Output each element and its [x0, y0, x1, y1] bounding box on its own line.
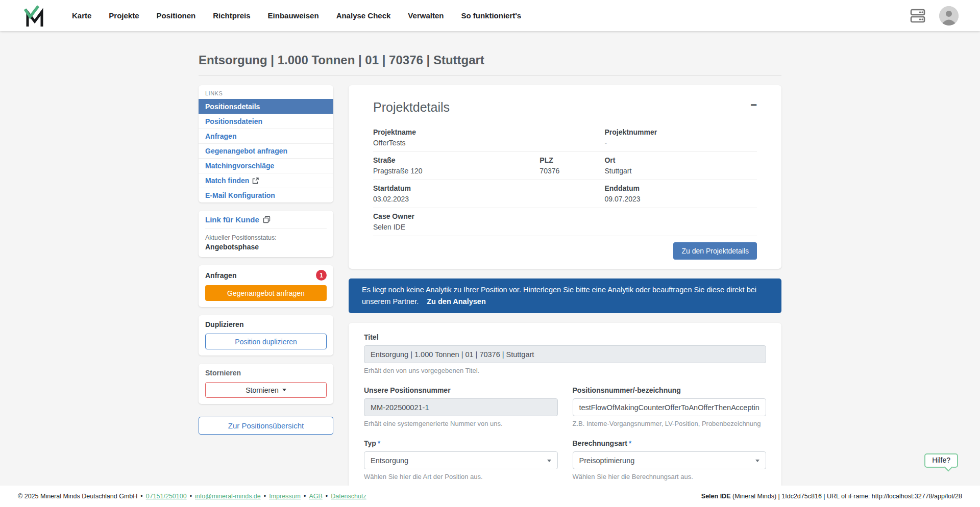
field-label: Projektname [373, 128, 604, 136]
sidebar-item-label: Match finden [205, 176, 249, 185]
required-asterisk: * [378, 439, 380, 447]
sidebar-item-positionsdetails[interactable]: Positionsdetails [199, 99, 333, 114]
field-value: 09.07.2023 [604, 195, 757, 203]
anfragen-count-badge: 1 [316, 270, 327, 281]
main-content: Projektdetails − Projektname OfferTests … [349, 85, 781, 507]
brand-logo[interactable] [23, 5, 45, 27]
gegenangebot-anfragen-button[interactable]: Gegenangebot anfragen [205, 285, 327, 301]
sidebar-item-positionsdateien[interactable]: Positionsdateien [199, 114, 333, 129]
collapse-minus-icon[interactable]: − [750, 99, 757, 111]
berechnungsart-select[interactable]: Preisoptimierung [573, 451, 767, 469]
field-label: Straße [373, 156, 540, 164]
titel-label: Titel [364, 333, 766, 341]
field-label: Projektnummer [604, 128, 757, 136]
nav-right-actions [910, 6, 959, 26]
field-label: Enddatum [604, 184, 757, 192]
footer-impressum-link[interactable]: Impressum [269, 493, 301, 500]
position-form-card: Titel Erhält den von uns vorgegebenen Ti… [349, 323, 781, 507]
zu-den-projektdetails-button[interactable]: Zu den Projektdetails [673, 242, 757, 260]
user-avatar-icon[interactable] [939, 6, 959, 26]
nav-item-positionen[interactable]: Positionen [157, 11, 196, 20]
alert-text: Es liegt noch keine Analytik zu Ihrer Po… [362, 286, 756, 306]
external-link-icon [252, 178, 259, 184]
position-duplizieren-button[interactable]: Position duplizieren [205, 334, 327, 349]
nav-item-einbauweisen[interactable]: Einbauweisen [268, 11, 319, 20]
sidebar: LINKS Positionsdetails Positionsdateien … [199, 85, 333, 435]
positionsnummer-input[interactable] [573, 398, 767, 416]
server-stack-icon[interactable] [910, 8, 926, 23]
field-label: Ort [604, 156, 757, 164]
berechnungsart-field-group: Berechnungsart* Preisoptimierung Wählen … [573, 439, 767, 480]
typ-help-text: Wählen Sie hier die Art der Position aus… [364, 473, 558, 480]
nav-item-richtpreis[interactable]: Richtpreis [213, 11, 250, 20]
footer-left: © 2025 Mineral Minds Deutschland GmbH • … [18, 493, 366, 500]
berechnungsart-help-text: Wählen Sie hier die Berechnungsart aus. [573, 473, 767, 480]
duplizieren-card: Duplizieren Position duplizieren [199, 315, 333, 356]
analytik-alert-banner: Es liegt noch keine Analytik zu Ihrer Po… [349, 278, 781, 313]
hilfe-button[interactable]: Hilfe? [924, 453, 958, 468]
caret-down-icon [282, 389, 286, 391]
project-row-address: Straße Pragstraße 120 PLZ 70376 Ort Stut… [373, 152, 757, 180]
customer-link[interactable]: Link für Kunde [205, 215, 327, 229]
anfragen-heading: Anfragen [205, 271, 236, 280]
unsere-positionsnummer-input [364, 398, 558, 416]
links-header: LINKS [199, 85, 333, 99]
footer-email-link[interactable]: info@mineral-minds.de [195, 493, 261, 500]
field-label: Startdatum [373, 184, 604, 192]
unsere-positionsnummer-field-group: Unsere Positionsnummer Erhält eine syste… [364, 386, 558, 427]
typ-select[interactable]: Entsorgung [364, 451, 558, 469]
field-value: Pragstraße 120 [373, 167, 540, 175]
field-value: 03.02.2023 [373, 195, 604, 203]
project-row-owner: Case Owner Selen IDE [373, 208, 757, 236]
field-value: OfferTests [373, 139, 604, 147]
anfragen-card: Anfragen 1 Gegenangebot anfragen [199, 265, 333, 307]
nav-item-analyse-check[interactable]: Analyse Check [336, 11, 391, 20]
berechnungsart-label: Berechnungsart* [573, 439, 767, 447]
berechnungsart-label-text: Berechnungsart [573, 439, 627, 447]
positionsnummer-label: Positionsnummer/-bezeichnung [573, 386, 767, 394]
typ-select-value: Entsorgung [371, 457, 408, 465]
sidebar-item-email-konfiguration[interactable]: E-Mail Konfiguration [199, 188, 333, 202]
stornieren-button-label: Stornieren [246, 386, 279, 394]
typ-label-text: Typ [364, 439, 376, 447]
separator-dot: • [190, 493, 192, 500]
berechnungsart-select-value: Preisoptimierung [579, 457, 635, 465]
footer-agb-link[interactable]: AGB [309, 493, 322, 500]
sidebar-item-matchingvorschlaege[interactable]: Matchingvorschläge [199, 158, 333, 173]
page-container: Entsorgung | 1.000 Tonnen | 01 | 70376 |… [199, 53, 781, 507]
stornieren-dropdown-button[interactable]: Stornieren [205, 382, 327, 398]
nav-menu: Karte Projekte Positionen Richtpreis Ein… [72, 11, 521, 20]
zur-positionsuebersicht-button[interactable]: Zur Positionsübersicht [199, 417, 333, 435]
top-navigation: Karte Projekte Positionen Richtpreis Ein… [0, 0, 980, 31]
sidebar-item-gegenangebot-anfragen[interactable]: Gegenangebot anfragen [199, 143, 333, 158]
footer-phone-link[interactable]: 07151/250100 [146, 493, 187, 500]
nav-item-karte[interactable]: Karte [72, 11, 91, 20]
stornieren-heading: Stornieren [205, 369, 241, 377]
project-row-dates: Startdatum 03.02.2023 Enddatum 09.07.202… [373, 180, 757, 208]
positionsnummer-field-group: Positionsnummer/-bezeichnung Z.B. Intern… [573, 386, 767, 427]
nav-item-verwalten[interactable]: Verwalten [408, 11, 444, 20]
positionsnummer-help-text: Z.B. Interne-Vorgangsnummer, LV-Position… [573, 420, 767, 427]
copyright-text: © 2025 Mineral Minds Deutschland GmbH [18, 493, 137, 500]
separator-dot: • [326, 493, 328, 500]
nav-item-projekte[interactable]: Projekte [109, 11, 139, 20]
field-value: Selen IDE [373, 223, 604, 231]
footer-session-info: Selen IDE (Mineral Minds) | 1fdc2d75c816… [701, 493, 962, 500]
typ-field-group: Typ* Entsorgung Wählen Sie hier die Art … [364, 439, 558, 480]
nav-item-so-funktionierts[interactable]: So funktioniert's [461, 11, 521, 20]
separator-dot: • [140, 493, 142, 500]
separator-dot: • [304, 493, 306, 500]
sidebar-item-match-finden[interactable]: Match finden [199, 173, 333, 188]
unsere-positionsnummer-help-text: Erhält eine systemgenerierte Nummer von … [364, 420, 558, 427]
title-divider [199, 75, 781, 76]
stornieren-card: Stornieren Stornieren [199, 364, 333, 404]
customer-link-card: Link für Kunde Aktueller Positionsstatus… [199, 211, 333, 257]
sidebar-item-anfragen[interactable]: Anfragen [199, 129, 333, 143]
field-value: - [604, 139, 757, 147]
position-status-value: Angebotsphase [205, 243, 327, 251]
titel-input [364, 345, 766, 363]
zu-den-analysen-link[interactable]: Zu den Analysen [427, 297, 485, 306]
separator-dot: • [264, 493, 266, 500]
footer-datenschutz-link[interactable]: Datenschutz [331, 493, 366, 500]
required-asterisk: * [629, 439, 631, 447]
